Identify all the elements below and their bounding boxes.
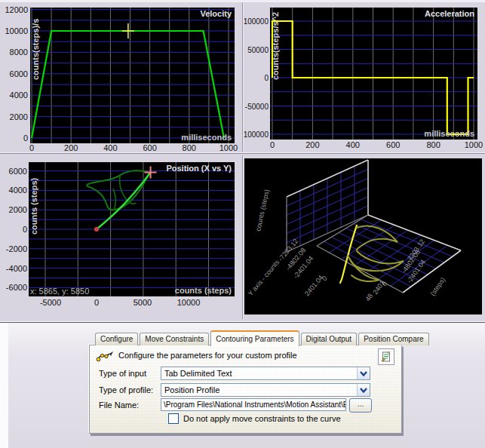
tab-contouring-parameters[interactable]: Contouring Parameters [210, 330, 299, 346]
velocity-plot-canvas[interactable]: 0200400600800100002000400060008000100001… [2, 3, 242, 151]
x-axis-label: counts (steps) [175, 286, 232, 295]
plot-title: Velocity [200, 9, 232, 18]
plot-area [30, 8, 235, 143]
chevron-down-icon [360, 387, 367, 393]
y-tick-label: 12000 [5, 5, 28, 14]
y-tick-label: -6000 [6, 283, 27, 292]
dialog-description: Configure the parameters for your custom… [118, 351, 297, 360]
description-row: Configure the parameters for your custom… [90, 348, 401, 364]
x-tick-label: 400 [346, 140, 360, 149]
y-tick-label: -2000 [6, 244, 27, 253]
y-tick-label: 0 [264, 74, 269, 82]
type-of-input-value: Tab Delimited Text [164, 369, 232, 378]
tab-position-compare[interactable]: Position Compare [358, 333, 428, 345]
type-of-profile-value: Position Profile [164, 385, 219, 394]
browse-button[interactable]: ... [349, 398, 372, 413]
x-tick-label: 200 [305, 140, 319, 149]
x-tick-label: 400 [103, 143, 117, 151]
y-tick-label: -4000 [6, 264, 27, 273]
x-tick-label: 0 [29, 143, 34, 151]
y-tick-label: 100000 [244, 17, 269, 26]
tab-move-constraints[interactable]: Move Constraints [140, 333, 209, 345]
y-axis-label: counts (steps) [29, 177, 38, 235]
edit-notes-button[interactable] [378, 348, 394, 365]
x-tick-label: 0 [94, 298, 99, 307]
file-name-row: File Name: \Program Files\National Instr… [90, 398, 401, 412]
y-tick-label: 10000 [5, 26, 28, 35]
plot-area-3d [244, 158, 482, 315]
tab-bar: ConfigureMove ConstraintsContouring Para… [89, 330, 402, 345]
x-tick-label: 10000 [177, 298, 201, 307]
plot-title: Position (X vs Y) [166, 164, 232, 173]
y-tick-label: 2000 [9, 205, 27, 214]
x-axis-label: milliseconds [181, 133, 232, 142]
x-tick-label: 800 [183, 143, 196, 151]
y-tick-label: -50000 [245, 103, 269, 111]
type-of-input-dropdown-button[interactable] [357, 367, 370, 379]
type-of-profile-row: Type of profile: Position Profile [90, 383, 401, 397]
type-of-input-label: Type of input [99, 369, 146, 378]
configuration-region: ConfigureMove ConstraintsContouring Para… [0, 322, 485, 448]
file-name-label: File Name: [99, 400, 139, 410]
y-tick-label: 6000 [10, 69, 28, 78]
x-tick-label: 600 [386, 140, 400, 149]
edit-notes-icon [381, 351, 391, 362]
x-tick-label: 1000 [465, 140, 483, 149]
contouring-dialog: ConfigureMove ConstraintsContouring Para… [89, 330, 402, 434]
plots-region: 0200400600800100002000400060008000100001… [0, 0, 485, 322]
start-point-marker [94, 227, 99, 232]
y-tick-label: -100000 [244, 130, 269, 139]
type-of-input-row: Type of input Tab Delimited Text [90, 367, 401, 380]
move-constraints-checkbox[interactable] [168, 413, 179, 424]
y-tick-label: 0 [23, 225, 27, 234]
type-of-profile-combo[interactable]: Position Profile [161, 383, 370, 397]
position-xy-plot[interactable]: -50000500010000-6000-4000-20000200040006… [2, 156, 242, 316]
x-tick-label: 800 [426, 140, 440, 149]
position-xy-plot-canvas[interactable]: -50000500010000-6000-4000-20000200040006… [2, 156, 242, 316]
tab-digital-output[interactable]: Digital Output [301, 333, 358, 345]
x-tick-label: 600 [143, 143, 156, 151]
y-tick-label: 0 [23, 133, 28, 143]
type-of-input-combo[interactable]: Tab Delimited Text [161, 367, 370, 380]
tab-configure[interactable]: Configure [95, 333, 138, 345]
y-tick-label: 4000 [9, 186, 27, 195]
position-3d-plot[interactable]: counts (steps)-7203.12-4802.08-2401.0402… [244, 156, 483, 316]
y-tick-label: 4000 [10, 91, 28, 100]
y-tick-label: 6000 [9, 167, 27, 176]
plot-title: Acceleration [425, 9, 474, 18]
file-name-input[interactable]: \Program Files\National Instruments\Moti… [161, 398, 346, 411]
cursor-readout: x: 5865, y: 5850 [30, 287, 89, 296]
move-constraints-checkbox-row: Do not apply move constraints to the cur… [168, 413, 341, 424]
y-tick-label: 50000 [247, 46, 269, 54]
position-3d-plot-canvas[interactable]: counts (steps)-7203.12-4802.08-2401.0402… [244, 156, 483, 316]
type-of-profile-label: Type of profile: [99, 385, 153, 394]
motion-assistant-screen: 0200400600800100002000400060008000100001… [0, 0, 485, 448]
x-tick-label: 200 [64, 143, 78, 151]
y-tick-label: 8000 [10, 48, 28, 57]
x-tick-label: 5000 [134, 298, 152, 307]
y-axis-label: counts(steps/s^2 [271, 12, 280, 80]
y-tick-label: 2000 [10, 112, 28, 121]
panel-divider-horizontal [0, 152, 485, 155]
chevron-down-icon [360, 370, 367, 376]
x-tick-label: 0 [270, 140, 275, 149]
acceleration-plot-canvas[interactable]: 02004006008001000-100000-500000500001000… [244, 3, 483, 151]
y-axis-label: counts(steps)/s [31, 19, 40, 80]
contour-profile-icon [96, 349, 114, 363]
type-of-profile-dropdown-button[interactable] [357, 384, 370, 396]
x-axis-label: milliseconds [424, 129, 474, 138]
panel-divider-vertical [242, 2, 243, 319]
move-constraints-checkbox-label: Do not apply move constraints to the cur… [183, 414, 341, 423]
velocity-plot[interactable]: 0200400600800100002000400060008000100001… [2, 3, 242, 151]
tab-page-contouring-parameters: Configure the parameters for your custom… [89, 345, 402, 434]
acceleration-plot[interactable]: 02004006008001000-100000-500000500001000… [244, 3, 483, 151]
x-tick-label: -5000 [40, 298, 61, 307]
x-tick-label: 1000 [219, 143, 238, 151]
